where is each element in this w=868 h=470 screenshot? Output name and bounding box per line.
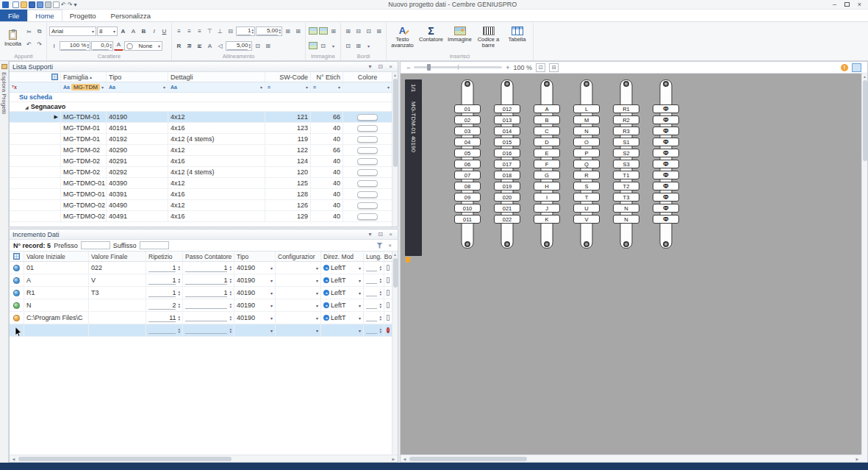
cell-etich[interactable]: 40: [311, 189, 343, 199]
label-tag[interactable]: 014: [494, 127, 520, 135]
cell-dettagli[interactable]: 4x12 (4 stems): [168, 134, 265, 144]
chevron-down-icon[interactable]: ▾: [270, 316, 273, 321]
scroll-thumb[interactable]: [393, 258, 398, 288]
label-strip[interactable]: 010203040506070809010011: [453, 78, 481, 250]
cell-bo[interactable]: [384, 324, 392, 336]
spinner-buttons[interactable]: ▴▾: [379, 277, 381, 283]
support-row[interactable]: MG-TDMO-01403904x1212540: [10, 178, 392, 189]
scroll-up-icon[interactable]: ▲: [393, 72, 397, 78]
cell-bo[interactable]: [384, 312, 392, 324]
zoom-in-icon[interactable]: +: [506, 64, 509, 71]
cell-dettagli[interactable]: 4x12 (4 stems): [168, 167, 265, 177]
cell-colore[interactable]: [343, 178, 392, 188]
label-tag[interactable]: 015: [494, 138, 520, 146]
cell-tipo[interactable]: 40191: [107, 123, 168, 133]
border-outer-icon[interactable]: ⊡: [364, 26, 373, 36]
label-strip[interactable]: 012013014015016017018019020021022: [493, 78, 521, 250]
align-top-icon[interactable]: ⊤: [205, 26, 215, 36]
warning-icon[interactable]: !: [841, 64, 848, 71]
cell-colore[interactable]: [343, 189, 392, 199]
col-colore[interactable]: Colore: [343, 72, 392, 82]
align-bottom-icon[interactable]: ⊥: [215, 26, 225, 36]
col-direzione[interactable]: Direz. Mod: [321, 252, 364, 261]
chevron-down-icon[interactable]: ▾: [306, 85, 308, 90]
label-tag[interactable]: 03: [454, 127, 481, 135]
insert-counter-button[interactable]: Σ Contatore: [417, 24, 445, 53]
cell-colore[interactable]: [343, 156, 392, 166]
bold-button[interactable]: B: [139, 26, 148, 36]
maximize-button[interactable]: [841, 1, 853, 9]
insert-barcode-button[interactable]: Codice a barre: [475, 24, 502, 53]
label-tag[interactable]: 04: [454, 138, 481, 146]
label-tag[interactable]: 06: [454, 160, 481, 168]
cell-configurazione[interactable]: ▾: [276, 274, 321, 286]
width-input[interactable]: 5,00▴▾: [256, 26, 282, 36]
layout-view-button[interactable]: [852, 63, 861, 72]
tab-personalizza[interactable]: Personalizza: [104, 10, 158, 21]
cell-etich[interactable]: 40: [311, 211, 343, 221]
label-tag[interactable]: K: [534, 215, 560, 224]
label-tag[interactable]: 018: [494, 171, 520, 179]
label-tag[interactable]: L: [573, 104, 600, 113]
redo-icon[interactable]: ↷: [68, 1, 73, 8]
cell-tipo[interactable]: 40190▾: [234, 274, 276, 286]
cell-famiglia[interactable]: MG-TDMO-02: [61, 200, 107, 210]
cell-swcode[interactable]: 128: [265, 189, 311, 199]
save-icon[interactable]: [29, 1, 35, 8]
label-tag[interactable]: 020: [494, 193, 520, 202]
preview-hscrollbar[interactable]: ◀ ▶: [401, 455, 861, 462]
cell-famiglia[interactable]: MG-TDM-01: [61, 112, 107, 122]
label-tag[interactable]: S: [573, 182, 600, 191]
scroll-up-icon[interactable]: ▲: [863, 74, 867, 79]
col-tipo[interactable]: Tipo: [107, 72, 168, 82]
cell-etich[interactable]: 40: [311, 167, 343, 177]
cut-icon[interactable]: ✂: [24, 27, 34, 37]
spinner-buttons[interactable]: ▴▾: [229, 290, 232, 296]
clear-filter-icon[interactable]: ᵀx: [12, 85, 17, 90]
cell-etich[interactable]: 40: [311, 156, 343, 166]
col-valore-iniziale[interactable]: Valore Iniziale: [24, 252, 89, 261]
col-valore-finale[interactable]: Valore Finale: [89, 252, 146, 261]
col-bo[interactable]: Bo: [384, 252, 392, 261]
cell-tipo[interactable]: 40192: [107, 134, 168, 144]
label-tag[interactable]: Q: [573, 160, 600, 168]
label-image[interactable]: Φ: [653, 115, 679, 124]
spinner-buttons[interactable]: ▴▾: [229, 302, 232, 308]
border-color-icon[interactable]: ⊞: [354, 41, 363, 51]
col-configurazione[interactable]: Configurazior: [276, 252, 321, 261]
align-right-icon[interactable]: ≡: [195, 26, 204, 36]
cell-swcode[interactable]: 124: [265, 156, 311, 166]
align-center-icon[interactable]: ≡: [184, 26, 194, 36]
undo-icon[interactable]: ↶: [24, 40, 34, 49]
chevron-down-icon[interactable]: ▾: [359, 316, 361, 321]
col-ripetizioni[interactable]: Ripetizio: [146, 252, 183, 261]
chevron-down-icon[interactable]: ▾: [316, 328, 318, 333]
zoom-slider-thumb[interactable]: [427, 64, 431, 71]
spinner-buttons[interactable]: ▴▾: [178, 290, 180, 296]
rotate-90-icon[interactable]: R: [184, 41, 194, 51]
preview-canvas[interactable]: 1/1 MG-TDM-01 40190 01020304050607080901…: [401, 74, 861, 455]
label-tag[interactable]: D: [534, 138, 560, 146]
chevron-down-icon[interactable]: ▾: [316, 278, 318, 283]
checkbox[interactable]: [387, 302, 390, 308]
spinner-buttons[interactable]: ▴▾: [379, 290, 381, 296]
label-tag[interactable]: 08: [454, 182, 481, 191]
cell-lunghezza[interactable]: ▴▾: [364, 299, 384, 311]
cell-passo-contatore[interactable]: 1▴▾: [183, 262, 234, 274]
checkbox[interactable]: [387, 315, 390, 321]
cell-colore[interactable]: [343, 200, 392, 210]
cell-tipo[interactable]: 40190▾: [234, 262, 276, 274]
label-strip[interactable]: LMNOPQRSTUV: [573, 78, 600, 250]
cell-lunghezza[interactable]: ▴▾: [364, 312, 384, 324]
zoom-out-icon[interactable]: −: [406, 64, 410, 71]
underline-button[interactable]: U: [159, 26, 169, 36]
cell-bo[interactable]: [384, 262, 392, 274]
col-famiglia[interactable]: Famiglia▴: [61, 72, 107, 82]
col-tipo[interactable]: Tipo: [234, 252, 276, 261]
label-tag[interactable]: 09: [454, 193, 481, 202]
cell-configurazione[interactable]: ▾: [276, 312, 321, 324]
cell-lunghezza[interactable]: ▴▾: [364, 324, 384, 336]
border-none-icon[interactable]: ⊟: [354, 26, 363, 36]
record-row[interactable]: N2▴▾▴▾40190▾▾◂LeftT▾▴▾: [10, 299, 392, 312]
fit-width-button[interactable]: ⊟: [549, 63, 559, 72]
